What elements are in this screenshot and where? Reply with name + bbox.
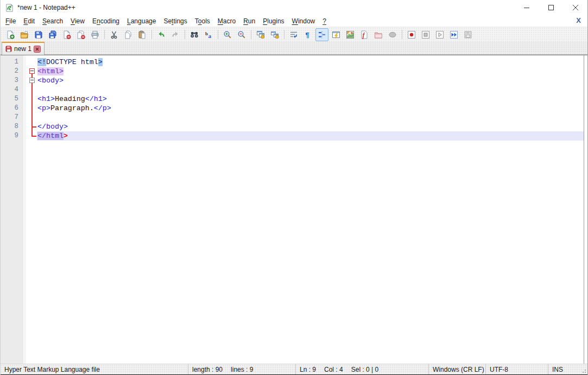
word-wrap-icon [289,30,298,39]
menu-item-macro[interactable]: Macro [214,16,239,26]
sync-vertical-scroll-button[interactable] [254,28,267,41]
find-button[interactable] [188,28,201,41]
undo-button[interactable] [155,28,168,41]
code-line-text[interactable]: </body> [37,122,584,131]
copy-icon [124,30,132,39]
toolbar-separator [185,30,185,39]
close-button[interactable] [563,0,587,15]
title-bar: *new 1 - Notepad++ [1,0,587,15]
word-wrap-button[interactable] [287,28,300,41]
folder-as-workspace-icon [374,30,383,39]
resize-grip-icon[interactable] [581,368,586,373]
new-file-button[interactable] [4,28,17,41]
menu-bar: FileEditSearchViewEncodingLanguageSettin… [1,15,587,27]
status-insert-mode[interactable]: INS [548,364,587,374]
macro-run-multiple-icon [450,30,458,39]
print-button[interactable] [88,28,102,41]
menu-item-file[interactable]: File [2,16,20,26]
editor-line-8: 8</body> [1,122,584,131]
menu-item-label: S [42,17,47,25]
menu-item-tools[interactable]: Tools [191,16,214,26]
zoom-in-button[interactable] [221,28,234,41]
copy-button[interactable] [122,28,135,41]
code-line-text[interactable] [37,85,584,94]
document-switcher-button[interactable] [344,28,357,41]
cut-button[interactable] [108,28,121,41]
replace-button[interactable]: ba [202,28,215,41]
status-caret-position: Ln : 9Col : 4Sel : 0 | 0 [295,364,428,374]
code-line-text[interactable]: <html> [37,67,584,76]
code-line-text[interactable]: <body> [37,76,584,85]
macro-run-multiple-button[interactable] [447,28,460,41]
code-segment: </html [37,132,64,140]
minimize-button[interactable] [514,0,539,15]
menu-item-label: coding [100,17,119,25]
redo-button[interactable] [169,28,182,41]
menu-item-window[interactable]: Window [288,16,319,26]
tab-new-1[interactable]: new 1 [2,42,45,55]
menu-item-label: Se [163,17,172,25]
length-label: length : 90 [192,366,223,373]
line-number: 9 [1,131,22,141]
code-line-text[interactable]: </html> [37,131,584,141]
show-all-characters-button[interactable]: ¶ [301,28,314,41]
function-list-button[interactable]: f [358,28,371,41]
show-indent-guide-button[interactable] [315,28,328,41]
macro-record-button[interactable] [405,28,418,41]
paste-button[interactable] [136,28,149,41]
save-button[interactable] [32,28,45,41]
maximize-button[interactable] [539,0,563,15]
close-all-button[interactable] [74,28,87,41]
save-all-button[interactable] [46,28,59,41]
status-encoding[interactable]: UTF-8 [485,364,548,374]
code-line-text[interactable]: <!DOCTYPE html> [37,58,584,67]
doc-type-label: Hyper Text Markup Language file [4,366,100,373]
close-icon [573,5,578,10]
menu-item-search[interactable]: Search [39,16,67,26]
open-file-button[interactable] [18,28,31,41]
macro-play-button[interactable] [433,28,446,41]
replace-icon: ba [204,30,213,39]
save-all-icon [48,30,57,39]
show-indent-guide-icon [318,30,326,39]
close-all-icon [77,30,85,39]
code-line-text[interactable]: <p>Paragraph.</p> [37,104,584,113]
menu-item-help[interactable]: ? [319,16,330,26]
code-segment: </body> [37,123,68,131]
macro-save-button[interactable] [461,28,475,41]
fold-margin-cell [26,58,37,67]
menu-item-plugins[interactable]: Plugins [259,16,288,26]
code-line-text[interactable]: <h1>Heading</h1> [37,94,584,104]
fold-collapse-icon [29,68,35,74]
code-line-text[interactable] [37,113,584,122]
tab-close-icon[interactable] [34,46,41,53]
folder-as-workspace-button[interactable] [372,28,385,41]
redo-icon [171,30,180,39]
monitoring-button[interactable] [386,28,399,41]
menu-item-label: indow [298,17,315,25]
menu-item-encoding[interactable]: Encoding [88,16,123,26]
monitoring-icon [388,30,397,39]
unsaved-file-icon [5,46,12,52]
menu-close-document-button[interactable]: X [574,16,583,25]
zoom-out-button[interactable] [235,28,248,41]
status-length-lines: length : 90lines : 9 [188,364,295,374]
fold-margin-cell[interactable] [26,76,37,85]
macro-stop-button[interactable] [419,28,432,41]
menu-item-language[interactable]: Language [123,16,160,26]
code-segment: <h1> [37,95,55,103]
menu-item-edit[interactable]: Edit [20,16,39,26]
code-segment: <body> [37,77,64,85]
zoom-in-icon [223,30,232,39]
close-file-button[interactable] [60,28,73,41]
document-map-button[interactable] [330,28,343,41]
status-eol-format[interactable]: Windows (CR LF) [428,364,485,374]
menu-item-view[interactable]: View [67,16,88,26]
editor-area[interactable]: 1<!DOCTYPE html>2<html>3<body>45<h1>Head… [1,55,587,364]
menu-item-label: ols [201,17,210,25]
fold-margin-cell[interactable] [26,67,37,76]
sync-horizontal-scroll-button[interactable] [268,28,281,41]
menu-item-run[interactable]: Run [239,16,259,26]
menu-item-settings[interactable]: Settings [160,16,191,26]
fold-collapse-icon [29,78,35,83]
